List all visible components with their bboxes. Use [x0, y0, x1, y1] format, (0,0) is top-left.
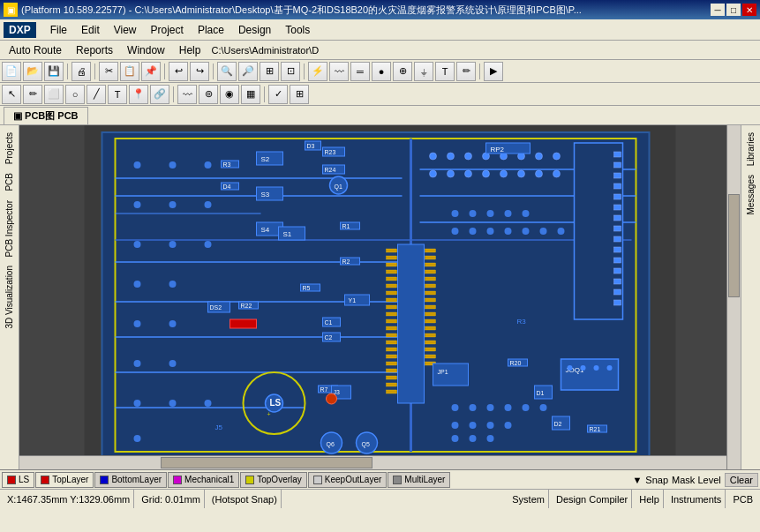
snap-label: Snap — [645, 475, 668, 485]
svg-point-194 — [487, 228, 494, 235]
help-section[interactable]: Help — [636, 490, 664, 508]
layer-mechanical1[interactable]: Mechanical1 — [168, 472, 239, 488]
minimize-button[interactable]: ─ — [711, 4, 725, 16]
tb-cut[interactable]: ✂ — [99, 62, 118, 81]
tb-zoom-out[interactable]: 🔎 — [238, 62, 258, 81]
layer-ls[interactable]: LS — [2, 472, 34, 488]
tb-netlist[interactable]: ⊞ — [290, 85, 309, 104]
svg-point-184 — [452, 435, 459, 442]
system-section[interactable]: System — [508, 490, 549, 508]
svg-point-161 — [134, 400, 141, 407]
sidebar-pcb[interactable]: PCB — [3, 169, 16, 195]
tb-line[interactable]: ╱ — [87, 85, 106, 104]
menu-window[interactable]: Window — [120, 42, 172, 58]
horizontal-scrollbar[interactable] — [19, 455, 726, 469]
menu-file[interactable]: File — [43, 22, 74, 38]
menu-project[interactable]: Project — [144, 22, 191, 38]
tb-zoom-in[interactable]: 🔍 — [217, 62, 237, 81]
menu-edit[interactable]: Edit — [74, 22, 107, 38]
tb-route[interactable]: 〰 — [177, 85, 197, 104]
vertical-scrollbar[interactable] — [726, 125, 741, 469]
sidebar-pcb-inspector[interactable]: PCB Inspector — [3, 197, 16, 260]
hotspot-text: (Hotspot Snap) — [212, 494, 277, 505]
menu-help[interactable]: Help — [172, 42, 208, 58]
tb-wire[interactable]: 〰 — [329, 62, 349, 81]
svg-text:D2: D2 — [554, 421, 562, 427]
tb-redo[interactable]: ↪ — [190, 62, 209, 81]
sidebar-messages[interactable]: Messages — [744, 171, 757, 219]
layer-topoverlay[interactable]: TopOverlay — [240, 472, 307, 488]
layer-keepout[interactable]: KeepOutLayer — [308, 472, 388, 488]
menu-tools[interactable]: Tools — [278, 22, 317, 38]
clear-button[interactable]: Clear — [725, 473, 758, 487]
tb-bus[interactable]: ═ — [350, 62, 370, 81]
svg-text:R24: R24 — [325, 167, 336, 173]
menu-reports[interactable]: Reports — [69, 42, 120, 58]
tb-paste[interactable]: 📌 — [141, 62, 161, 81]
tb-rect[interactable]: ⬜ — [44, 85, 64, 104]
svg-rect-47 — [614, 300, 621, 305]
tb-junction[interactable]: ● — [372, 62, 391, 81]
svg-text:S1: S1 — [283, 230, 292, 238]
tb-zoom-fit[interactable]: ⊞ — [260, 62, 279, 81]
close-button[interactable]: ✕ — [742, 4, 756, 16]
tb-save[interactable]: 💾 — [44, 62, 64, 81]
tb-power[interactable]: ⊕ — [393, 62, 412, 81]
layer-toplayer[interactable]: TopLayer — [35, 472, 94, 488]
menu-design[interactable]: Design — [231, 22, 278, 38]
tb-draw[interactable]: ✏ — [23, 85, 42, 104]
tb-sep-5 — [304, 64, 305, 79]
tb-circle[interactable]: ○ — [65, 85, 85, 104]
layer-bottomlayer[interactable]: BottomLayer — [94, 472, 167, 488]
tb-select[interactable]: ↖ — [2, 85, 21, 104]
svg-text:Y1: Y1 — [349, 297, 357, 303]
tb-compile[interactable]: ▶ — [484, 62, 503, 81]
svg-rect-52 — [387, 270, 397, 273]
svg-text:LS: LS — [270, 398, 282, 408]
sidebar-3d[interactable]: 3D Visualization — [3, 262, 16, 333]
mask-level-label: Mask Level — [672, 475, 721, 485]
main-layout: Projects PCB PCB Inspector 3D Visualizat… — [0, 125, 760, 469]
tb-pad[interactable]: ◉ — [220, 85, 239, 104]
svg-rect-77 — [425, 298, 436, 302]
tb-copper[interactable]: ▦ — [241, 85, 260, 104]
tb-component[interactable]: ⚡ — [308, 62, 327, 81]
svg-rect-53 — [387, 277, 397, 281]
tb-copy[interactable]: 📋 — [120, 62, 139, 81]
tb-pin[interactable]: 📍 — [129, 85, 148, 104]
menu-autoroute[interactable]: Auto Route — [2, 42, 69, 58]
tb-link[interactable]: 🔗 — [150, 85, 169, 104]
layer-tabs-bar: LS TopLayer BottomLayer Mechanical1 TopO… — [0, 469, 760, 489]
scrollbar-thumb-h[interactable] — [161, 457, 372, 468]
tb-label[interactable]: T — [435, 62, 455, 81]
svg-rect-1 — [102, 132, 650, 459]
svg-point-174 — [452, 404, 459, 411]
maximize-button[interactable]: □ — [726, 4, 741, 16]
pcb-area[interactable]: S2 S3 S4 R23 R24 R3 D4 D1 — [19, 125, 741, 469]
scrollbar-thumb-v[interactable] — [728, 194, 740, 297]
tb-drc[interactable]: ✓ — [268, 85, 288, 104]
tb-via[interactable]: ⊚ — [199, 85, 218, 104]
design-compiler-section[interactable]: Design Compiler — [553, 490, 632, 508]
menu-place[interactable]: Place — [191, 22, 231, 38]
tb-new[interactable]: 📄 — [2, 62, 21, 81]
tab-pcb[interactable]: ▣ PCB图 PCB — [4, 107, 88, 124]
sidebar-projects[interactable]: Projects — [3, 129, 16, 168]
tb-text[interactable]: T — [108, 85, 127, 104]
tb-undo[interactable]: ↩ — [169, 62, 188, 81]
layer-multilayer[interactable]: MultiLayer — [388, 472, 450, 488]
tb-ground[interactable]: ⏚ — [414, 62, 433, 81]
svg-point-16 — [430, 153, 437, 160]
instruments-section[interactable]: Instruments — [667, 490, 726, 508]
menu-view[interactable]: View — [107, 22, 144, 38]
tb-print[interactable]: 🖨 — [71, 62, 91, 81]
tb-open[interactable]: 📂 — [23, 62, 42, 81]
svg-text:C1: C1 — [325, 319, 333, 326]
tb-note[interactable]: ✏ — [456, 62, 476, 81]
sidebar-libraries[interactable]: Libraries — [744, 129, 757, 169]
hotspot-section: (Hotspot Snap) — [208, 490, 282, 508]
pcb-section[interactable]: PCB — [729, 490, 756, 508]
svg-text:RP2: RP2 — [491, 146, 505, 154]
svg-rect-83 — [425, 341, 436, 344]
tb-zoom-area[interactable]: ⊡ — [281, 62, 300, 81]
